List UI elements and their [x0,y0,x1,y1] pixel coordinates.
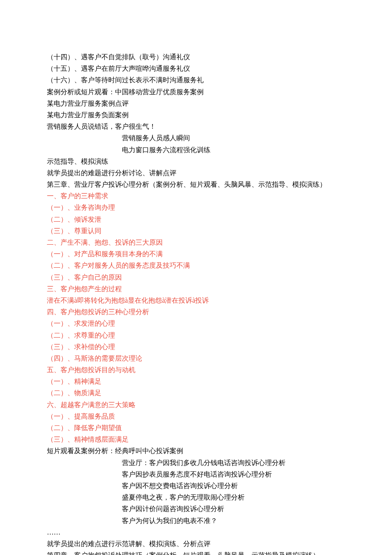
document-line: 客户因不想交费电话咨询投诉心理分析 [47,480,345,491]
document-line: （二）、求尊重的心理 [47,330,345,341]
document-line: 客户因计价问题咨询投诉心理分析 [47,503,345,515]
document-line: 一、客户的三种需求 [47,190,345,202]
document-line: …… [47,526,345,538]
document-line: 五、客户抱怨投诉目的与动机 [47,364,345,376]
document-line: 潜在不满à即将转化为抱怨à显在化抱怨à潜在投诉à投诉 [47,295,345,306]
document-body: （十四）、遇客户不自觉排队（取号）沟通礼仪（十五）、遇客户在前厅大声喧哗沟通服务… [47,51,345,555]
document-line: 第三章、营业厅客户投诉心理分析（案例分析、短片观看、头脑风暴、示范指导、模拟演练… [47,179,345,190]
document-line: （二）、物质满足 [47,387,345,399]
document-line: （十四）、遇客户不自觉排队（取号）沟通礼仪 [47,51,345,63]
document-line: （一）、精神满足 [47,376,345,387]
document-line: （二）、客户对服务人员的服务态度及技巧不满 [47,260,345,271]
document-line: （二）、倾诉发泄 [47,214,345,225]
document-line: （一）、求发泄的心理 [47,318,345,329]
document-line: 电力窗口服务六流程强化训练 [47,144,345,156]
document-line: 营业厅：客户因我们多收几分钱电话咨询投诉心理分析 [47,457,345,468]
document-line: 某电力营业厅服务案例点评 [47,98,345,109]
document-line: 四、客户抱怨投诉的三种心理分析 [47,306,345,318]
document-line: 示范指导、模拟演练 [47,156,345,167]
document-line: （一）、提高服务品质 [47,410,345,422]
document-line: 三、客户抱怨产生的过程 [47,283,345,295]
document-line: 某电力营业厅服务负面案例 [47,109,345,121]
document-line: （一）、对产品和服务项目本身的不满 [47,248,345,260]
document-line: （四）、马斯洛的需要层次理论 [47,353,345,364]
document-line: 就学员提出的难题进行分析讨论、讲解点评 [47,167,345,179]
document-line: 二、产生不满、抱怨、投诉的三大原因 [47,237,345,248]
document-line: 短片观看及案例分析：经典呼叫中心投诉案例 [47,445,345,457]
document-line: （三）、求补偿的心理 [47,341,345,353]
document-line: 客户因抄表员服务态度不好电话咨询投诉心理分析 [47,468,345,480]
document-line: 第四章、客户抱怨投诉处理技巧（案例分析、短片观看、头脑风暴、示范指导及模拟演练） [47,549,345,555]
document-line: 就学员提出的难点进行示范讲解、模拟演练、分析点评 [47,538,345,549]
document-line: 六、超越客户满意的三大策略 [47,399,345,410]
document-line: 盛夏停电之夜，客户的无理取闹心理分析 [47,491,345,503]
document-line: （十六）、客户等待时间过长表示不满时沟通服务礼 [47,74,345,86]
document-line: （十五）、遇客户在前厅大声喧哗沟通服务礼仪 [47,63,345,74]
document-line: 营销服务人员说错话，客户很生气！ [47,121,345,132]
document-line: （二）、降低客户期望值 [47,422,345,434]
document-line: （三）、尊重认同 [47,225,345,237]
document-line: （三）、精神情感层面满足 [47,434,345,445]
document-line: （一）、业务咨询办理 [47,202,345,213]
document-line: 客户为何认为我们的电表不准？ [47,515,345,526]
document-line: （三）、客户自己的原因 [47,272,345,283]
document-line: 营销服务人员感人瞬间 [47,132,345,144]
document-line: 案例分析或短片观看：中国移动营业厅优质服务案例 [47,86,345,98]
